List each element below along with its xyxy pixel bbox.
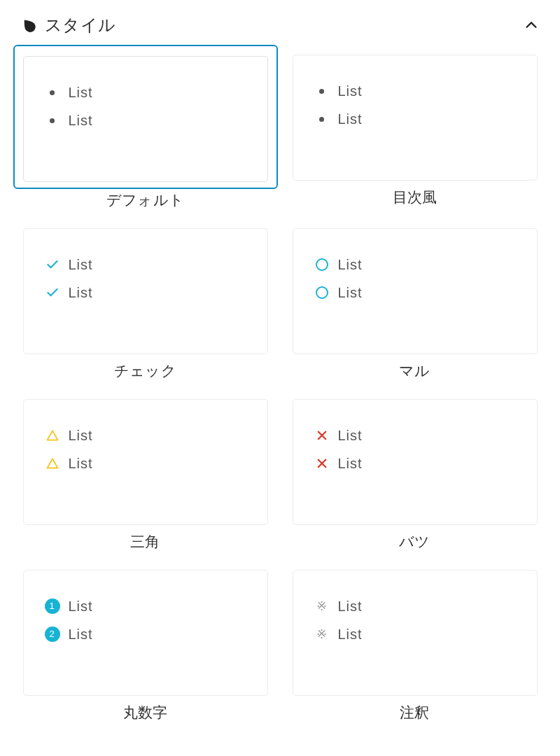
panel-header[interactable]: スタイル <box>20 14 540 36</box>
list-item: ※List <box>314 622 516 646</box>
style-options-grid: ListListデフォルトListList目次風ListListチェックList… <box>20 55 540 722</box>
list-item: ※List <box>314 594 516 618</box>
list-item: 2List <box>45 622 246 646</box>
style-option-triangle[interactable]: ListList三角 <box>20 399 271 552</box>
list-item: List <box>45 424 246 447</box>
number-badge-icon: 2 <box>45 626 60 642</box>
list-item-text: List <box>338 281 363 304</box>
chevron-up-icon[interactable] <box>522 16 540 34</box>
number-badge-icon: 1 <box>45 598 60 614</box>
reference-mark-icon: ※ <box>314 626 330 642</box>
style-preview-card: ListList <box>293 55 538 181</box>
list-item-text: List <box>69 622 93 646</box>
reference-mark-icon: ※ <box>314 598 330 614</box>
preview-wrap: ListList <box>13 45 278 189</box>
list-item: List <box>314 107 516 131</box>
list-item-text: List <box>69 80 93 104</box>
list-item-text: List <box>69 451 93 475</box>
style-preview-card: ListList <box>23 56 268 182</box>
preview-wrap: ListList <box>293 55 538 181</box>
panel-title-text: スタイル <box>45 14 115 36</box>
cross-icon <box>314 456 330 471</box>
style-option-label: デフォルト <box>106 190 185 210</box>
list-item-text: List <box>69 253 93 276</box>
list-item-text: List <box>338 79 363 103</box>
check-icon <box>45 257 60 272</box>
list-item: List <box>314 253 516 276</box>
style-option-toc[interactable]: ListList目次風 <box>289 55 540 210</box>
style-option-label: 注釈 <box>400 703 430 722</box>
preview-wrap: ListList <box>293 399 538 525</box>
style-preview-card: ListList <box>23 399 268 525</box>
style-option-label: 丸数字 <box>123 703 168 722</box>
list-item-text: List <box>338 107 363 131</box>
check-icon <box>45 285 60 300</box>
list-item-text: List <box>338 451 363 475</box>
style-preview-card: ListList <box>23 228 268 354</box>
bullet-dot-icon <box>314 83 330 99</box>
preview-wrap: ※List※List <box>293 570 538 696</box>
preview-wrap: 1List2List <box>23 570 268 696</box>
bullet-dot-icon <box>314 111 330 127</box>
list-item: List <box>314 451 516 475</box>
list-item-text: List <box>338 253 363 276</box>
style-option-label: バツ <box>399 532 430 552</box>
triangle-icon <box>45 456 60 471</box>
list-item-text: List <box>69 281 93 304</box>
style-option-default[interactable]: ListListデフォルト <box>20 55 271 210</box>
list-item: List <box>314 79 516 103</box>
style-preview-card: ListList <box>293 399 538 525</box>
bullet-dot-icon <box>45 85 60 100</box>
panel-title: スタイル <box>20 14 115 36</box>
style-option-label: 目次風 <box>393 188 438 207</box>
circle-icon <box>314 285 330 300</box>
list-item: List <box>314 281 516 304</box>
list-item: List <box>314 424 516 447</box>
style-option-numbered[interactable]: 1List2List丸数字 <box>20 570 271 722</box>
list-item-text: List <box>338 622 363 646</box>
list-item: List <box>45 451 246 475</box>
list-item-text: List <box>69 424 93 447</box>
style-preview-card: ※List※List <box>293 570 538 696</box>
list-item: 1List <box>45 594 246 618</box>
style-preview-card: 1List2List <box>23 570 268 696</box>
preview-wrap: ListList <box>23 228 268 354</box>
style-option-label: 三角 <box>130 532 160 552</box>
bullet-dot-icon <box>45 113 60 128</box>
circle-icon <box>314 257 330 272</box>
preview-wrap: ListList <box>293 228 538 354</box>
style-preview-card: ListList <box>293 228 538 354</box>
preview-wrap: ListList <box>23 399 268 525</box>
drop-icon <box>20 16 38 34</box>
svg-marker-1 <box>47 458 57 468</box>
style-option-note[interactable]: ※List※List注釈 <box>289 570 540 722</box>
list-item-text: List <box>69 594 93 618</box>
list-item-text: List <box>69 108 93 132</box>
style-option-check[interactable]: ListListチェック <box>20 228 271 381</box>
style-option-label: マル <box>399 361 430 381</box>
style-option-circle[interactable]: ListListマル <box>289 228 540 381</box>
list-item: List <box>45 281 246 304</box>
list-item: List <box>45 253 246 276</box>
list-item-text: List <box>338 594 363 618</box>
cross-icon <box>314 428 330 443</box>
style-option-cross[interactable]: ListListバツ <box>289 399 540 552</box>
list-item: List <box>45 80 246 104</box>
list-item: List <box>45 108 246 132</box>
style-option-label: チェック <box>114 361 176 381</box>
svg-marker-0 <box>47 430 57 440</box>
list-item-text: List <box>338 424 363 447</box>
triangle-icon <box>45 428 60 443</box>
